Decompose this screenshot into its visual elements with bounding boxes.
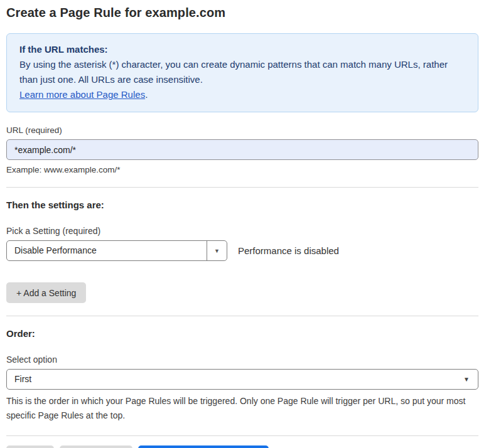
divider <box>6 435 478 436</box>
url-example-text: Example: www.example.com/* <box>6 165 478 174</box>
info-box-link-line: Learn more about Page Rules. <box>19 87 465 102</box>
order-help-text: This is the order in which your Page Rul… <box>6 394 478 423</box>
save-and-deploy-button[interactable]: Save and Deploy Page Rule <box>138 445 269 448</box>
setting-select[interactable]: Disable Performance ▼ <box>6 240 227 261</box>
footer-actions: Cancel Save as Draft Save and Deploy Pag… <box>6 445 478 448</box>
setting-row: Disable Performance ▼ Performance is dis… <box>6 240 478 261</box>
add-setting-wrap: + Add a Setting <box>6 282 478 303</box>
setting-select-arrow-button[interactable]: ▼ <box>207 241 227 260</box>
info-box-body: By using the asterisk (*) character, you… <box>19 57 465 87</box>
url-match-info-box: If the URL matches: By using the asteris… <box>6 33 478 112</box>
page-title: Create a Page Rule for example.com <box>6 6 478 20</box>
pick-setting-label: Pick a Setting (required) <box>6 226 478 236</box>
add-setting-button[interactable]: + Add a Setting <box>6 282 86 303</box>
setting-select-value: Disable Performance <box>7 241 207 260</box>
divider <box>6 187 478 188</box>
info-box-heading: If the URL matches: <box>19 42 465 57</box>
link-period: . <box>145 89 148 100</box>
divider <box>6 316 478 316</box>
settings-section-heading: Then the settings are: <box>6 200 478 210</box>
order-select-value: First <box>7 370 463 389</box>
order-section-heading: Order: <box>6 328 478 339</box>
page-rule-form: Create a Page Rule for example.com If th… <box>6 0 478 448</box>
cancel-button[interactable]: Cancel <box>6 445 54 448</box>
order-select-label: Select option <box>6 355 478 365</box>
caret-down-icon: ▼ <box>463 376 478 383</box>
save-as-draft-button[interactable]: Save as Draft <box>60 445 133 448</box>
caret-down-icon: ▼ <box>214 248 220 254</box>
url-input[interactable] <box>6 139 478 160</box>
order-select[interactable]: First ▼ <box>6 369 478 390</box>
url-field-label: URL (required) <box>6 125 478 135</box>
setting-status-text: Performance is disabled <box>238 245 339 256</box>
learn-more-link[interactable]: Learn more about Page Rules <box>19 89 145 100</box>
